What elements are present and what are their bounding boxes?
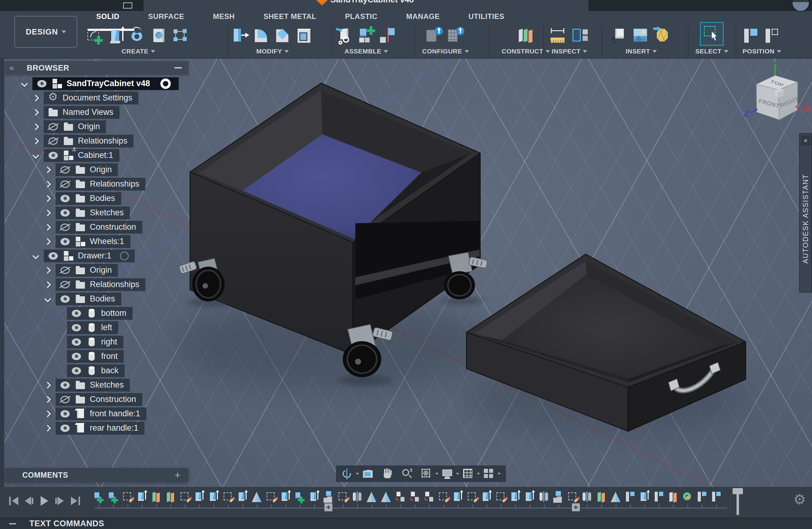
node-label[interactable]: Document Settings [63, 93, 132, 103]
expand-chevron-icon[interactable] [44, 238, 51, 245]
tree-row[interactable]: front handle:1 [5, 407, 179, 421]
timeline-settings-gear-icon[interactable]: ⚙ [793, 491, 806, 508]
node-label[interactable]: Sketches [90, 380, 124, 390]
new-component[interactable] [107, 490, 118, 504]
expand-chevron-icon[interactable] [44, 209, 51, 216]
node-label[interactable]: Construction [90, 222, 136, 232]
collapse-assistant-icon[interactable]: « [801, 136, 811, 145]
position-menu[interactable]: POSITION [743, 48, 781, 55]
add-comment-icon[interactable]: + [174, 470, 180, 480]
circular-pattern[interactable] [682, 490, 693, 504]
measure[interactable] [549, 26, 568, 46]
mirror[interactable] [366, 490, 377, 504]
node-label[interactable]: SandTrayCabinet v48 [67, 79, 150, 88]
move-copy[interactable] [423, 490, 434, 504]
configure-menu[interactable]: CONFIGURE [422, 48, 469, 55]
node-label[interactable]: Origin [78, 122, 100, 131]
node-label[interactable]: Origin [90, 265, 112, 275]
tree-row[interactable]: Origin [5, 263, 179, 277]
tree-row[interactable]: SandTrayCabinet v48 [5, 76, 179, 91]
expand-chevron-icon[interactable] [32, 252, 40, 259]
configure-component[interactable] [425, 26, 444, 46]
expand-chevron-icon[interactable] [44, 180, 51, 188]
visibility-eye-icon[interactable] [71, 352, 82, 361]
visibility-eye-icon[interactable] [59, 410, 71, 418]
expand-chevron-icon[interactable] [44, 396, 51, 403]
tree-row[interactable]: Drawer:1 [5, 249, 179, 263]
mirror[interactable] [251, 490, 262, 504]
joint[interactable] [538, 490, 549, 504]
visibility-eye-icon[interactable] [59, 209, 71, 217]
extrude[interactable] [452, 490, 463, 504]
extrude[interactable] [107, 26, 127, 46]
node-label[interactable]: rear handle:1 [90, 423, 139, 433]
tree-row[interactable]: Named Views [5, 105, 179, 119]
hole[interactable] [150, 26, 169, 46]
extrude[interactable] [136, 490, 147, 504]
sketch[interactable] [495, 490, 506, 504]
collapse-icon[interactable] [9, 523, 16, 525]
ribbon-tab[interactable]: PLASTIC [345, 12, 377, 21]
insert-derive-link[interactable] [335, 26, 354, 46]
paste-new[interactable] [323, 490, 334, 504]
new-component[interactable] [93, 490, 104, 504]
node-label[interactable]: Drawer:1 [78, 251, 112, 261]
sketch[interactable] [567, 490, 578, 504]
modify-menu[interactable]: MODIFY [256, 48, 289, 55]
capture-position[interactable] [742, 26, 761, 46]
tree-row[interactable]: Sketches [5, 378, 179, 392]
offset-plane-tool[interactable] [516, 26, 535, 46]
tree-row[interactable]: Cabinet:1 [5, 148, 179, 162]
extrude[interactable] [237, 490, 248, 504]
node-label[interactable]: front [101, 352, 118, 361]
visibility-eye-icon[interactable] [59, 424, 71, 432]
tree-row[interactable]: Relationships [5, 134, 179, 148]
extrude[interactable] [524, 490, 535, 504]
dropdown-arrow-icon[interactable] [477, 473, 480, 475]
node-label[interactable]: back [101, 366, 118, 376]
expand-chevron-icon[interactable] [32, 109, 40, 116]
ribbon-tab[interactable]: SURFACE [148, 12, 184, 21]
go-to-end[interactable] [70, 495, 81, 507]
expand-chevron-icon[interactable] [32, 94, 40, 101]
revert-position[interactable] [763, 26, 782, 46]
go-to-start[interactable] [9, 495, 20, 507]
node-label[interactable]: bottom [101, 308, 127, 318]
expand-chevron-icon[interactable] [21, 80, 28, 87]
dropdown-arrow-icon[interactable] [356, 473, 359, 475]
ribbon-tab[interactable]: MESH [213, 12, 235, 21]
chamfer[interactable] [274, 26, 293, 46]
visibility-eye-icon[interactable] [71, 324, 82, 332]
visibility-eye-icon[interactable] [59, 223, 71, 231]
extrude[interactable] [510, 490, 521, 504]
extrude[interactable] [639, 490, 650, 504]
node-label[interactable]: Bodies [90, 194, 115, 203]
expand-chevron-icon[interactable] [44, 195, 51, 202]
tree-row[interactable]: Relationships [5, 177, 179, 191]
construction-plane[interactable] [667, 490, 679, 504]
visibility-eye-icon[interactable] [59, 281, 71, 289]
move-copy[interactable] [395, 490, 406, 504]
tree-row[interactable]: Construction [5, 220, 179, 234]
select-menu[interactable]: SELECT [695, 48, 728, 55]
expand-chevron-icon[interactable] [44, 425, 51, 431]
expand-chevron-icon[interactable] [32, 123, 40, 130]
offset-plane[interactable] [165, 490, 176, 504]
dropdown-arrow-icon[interactable] [435, 473, 438, 475]
expand-chevron-icon[interactable] [44, 381, 51, 388]
tree-row[interactable]: rear handle:1 [5, 421, 179, 435]
sketch[interactable] [265, 490, 276, 504]
tree-row[interactable]: Document Settings [5, 91, 179, 105]
node-label[interactable]: Origin [90, 165, 112, 174]
node-label[interactable]: right [101, 337, 117, 347]
visibility-eye-icon[interactable] [71, 309, 82, 317]
inspect-menu[interactable]: INSPECT [552, 48, 588, 55]
paste-new[interactable] [553, 490, 564, 504]
visibility-eye-icon[interactable] [47, 252, 59, 260]
node-label[interactable]: Sketches [90, 208, 124, 218]
pan-icon[interactable] [381, 467, 394, 480]
step-back[interactable] [24, 495, 35, 507]
rectangular-pattern[interactable] [172, 26, 191, 46]
sketch[interactable] [222, 490, 233, 504]
visibility-eye-icon[interactable] [59, 194, 71, 203]
